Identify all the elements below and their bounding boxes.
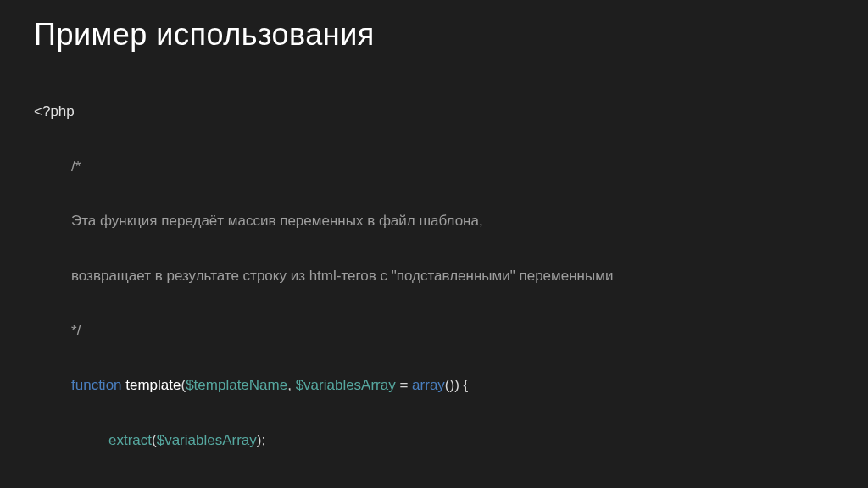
var-variablesarray: $variablesArray: [157, 432, 257, 448]
arg-variablesarray: $variablesArray: [296, 377, 396, 393]
arg-templatename: $templateName: [186, 377, 287, 393]
keyword-array: array: [412, 377, 445, 393]
call-extract: extract: [108, 432, 152, 448]
slide: Пример использования <?php /* Эта функци…: [0, 0, 868, 488]
line-extract: extract($variablesArray);: [34, 427, 834, 454]
slide-title: Пример использования: [34, 17, 834, 53]
array-parens: (): [445, 377, 454, 393]
function-signature: function template($templateName, $variab…: [34, 372, 834, 399]
line-obstart: ob_start();: [34, 481, 834, 488]
comment-line-1: Эта функция передаёт массив переменных в…: [34, 208, 834, 235]
assign-eq: =: [396, 377, 412, 393]
comment-line-2: возвращает в результате строку из html-т…: [34, 263, 834, 290]
brace-open: {: [464, 377, 469, 393]
comma: ,: [287, 377, 295, 393]
function-name: template: [122, 377, 181, 393]
paren-close: ): [454, 377, 463, 393]
paren-close-semi: );: [257, 432, 265, 448]
php-open-tag: <?php: [34, 98, 834, 125]
comment-start: /*: [34, 153, 834, 180]
keyword-function: function: [71, 377, 122, 393]
code-block: <?php /* Эта функция передаёт массив пер…: [34, 71, 834, 488]
comment-end: */: [34, 318, 834, 345]
